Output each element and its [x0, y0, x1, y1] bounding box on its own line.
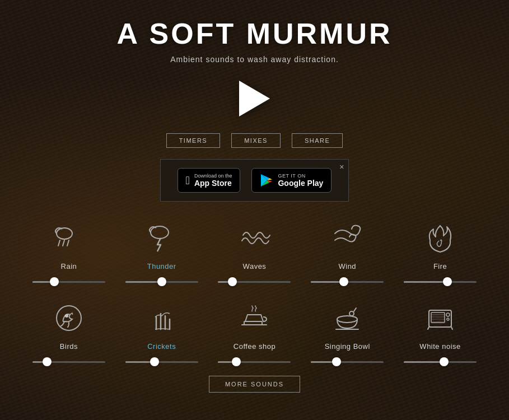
coffee-shop-icon[interactable]	[235, 298, 274, 338]
toolbar: TIMERS MIXES SHARE	[166, 133, 343, 148]
birds-label: Birds	[60, 342, 78, 351]
svg-point-31	[447, 318, 449, 320]
apple-store-badge[interactable]:  Download on the App Store	[178, 168, 241, 193]
svg-line-23	[428, 327, 429, 329]
waves-label: Waves	[243, 262, 267, 270]
waves-icon[interactable]	[235, 218, 274, 258]
store-banner: ×  Download on the App Store	[160, 159, 349, 202]
thunder-icon[interactable]	[142, 218, 181, 258]
apple-icon: 	[186, 174, 190, 187]
wind-slider[interactable]	[311, 276, 384, 287]
app-subtitle: Ambient sounds to wash away distraction.	[170, 55, 339, 64]
coffee-shop-label: Coffee shop	[234, 342, 275, 351]
apple-pre-label: Download on the	[194, 173, 232, 179]
apple-main-label: App Store	[194, 179, 232, 188]
google-pre-label: GET IT ON	[278, 173, 323, 179]
google-play-icon	[260, 174, 273, 187]
sound-white-noise: White noise	[398, 298, 482, 367]
crickets-label: Crickets	[147, 342, 176, 351]
fire-slider[interactable]	[404, 276, 477, 287]
singing-bowl-label: Singing Bowl	[325, 342, 370, 351]
svg-line-21	[354, 308, 356, 311]
wind-label: Wind	[338, 262, 356, 270]
svg-point-18	[337, 316, 357, 323]
svg-line-24	[451, 327, 452, 329]
singing-bowl-icon[interactable]	[328, 298, 367, 338]
close-button[interactable]: ×	[339, 163, 344, 171]
google-main-label: Google Play	[278, 179, 323, 188]
sound-rain: Rain	[27, 218, 111, 287]
svg-point-5	[57, 228, 72, 239]
coffee-shop-slider[interactable]	[218, 356, 291, 367]
rain-slider[interactable]	[32, 276, 105, 287]
sound-waves: Waves	[212, 218, 296, 287]
mixes-button[interactable]: MIXES	[231, 133, 281, 148]
more-sounds-button[interactable]: MORE SOUNDS	[209, 376, 300, 393]
singing-bowl-slider[interactable]	[311, 356, 384, 367]
crickets-slider[interactable]	[125, 356, 198, 367]
fire-label: Fire	[433, 262, 447, 270]
wind-icon[interactable]	[328, 218, 367, 258]
sound-thunder: Thunder	[120, 218, 204, 287]
white-noise-icon[interactable]	[421, 298, 460, 338]
thunder-label: Thunder	[147, 262, 176, 270]
svg-point-9	[151, 226, 169, 239]
sound-singing-bowl: Singing Bowl	[305, 298, 389, 367]
birds-icon[interactable]	[49, 298, 88, 338]
app-title: A SOFT MURMUR	[116, 17, 392, 50]
svg-line-8	[67, 240, 69, 246]
svg-point-30	[446, 313, 450, 316]
sound-coffee-shop: Coffee shop	[212, 298, 296, 367]
svg-point-20	[349, 311, 354, 316]
white-noise-slider[interactable]	[404, 356, 477, 367]
sound-fire: Fire	[398, 218, 482, 287]
sound-wind: Wind	[305, 218, 389, 287]
sounds-row-2: Birds Crickets	[0, 298, 509, 367]
waves-slider[interactable]	[218, 276, 291, 287]
timers-button[interactable]: TIMERS	[166, 133, 221, 148]
svg-point-10	[57, 306, 81, 330]
fire-icon[interactable]	[421, 218, 460, 258]
svg-line-7	[63, 240, 64, 246]
play-button[interactable]	[239, 81, 270, 116]
google-play-badge[interactable]: GET IT ON Google Play	[251, 168, 331, 193]
thunder-slider[interactable]	[125, 276, 198, 287]
svg-point-11	[66, 315, 68, 317]
rain-label: Rain	[61, 262, 77, 270]
sound-birds: Birds	[27, 298, 111, 367]
crickets-icon[interactable]	[142, 298, 181, 338]
birds-slider[interactable]	[32, 356, 105, 367]
white-noise-label: White noise	[419, 342, 460, 351]
rain-icon[interactable]	[49, 218, 88, 258]
share-button[interactable]: SHARE	[292, 133, 343, 148]
sounds-row-1: Rain Thunder	[0, 218, 509, 287]
svg-rect-25	[431, 312, 445, 323]
svg-line-6	[58, 240, 60, 246]
sound-crickets: Crickets	[120, 298, 204, 367]
